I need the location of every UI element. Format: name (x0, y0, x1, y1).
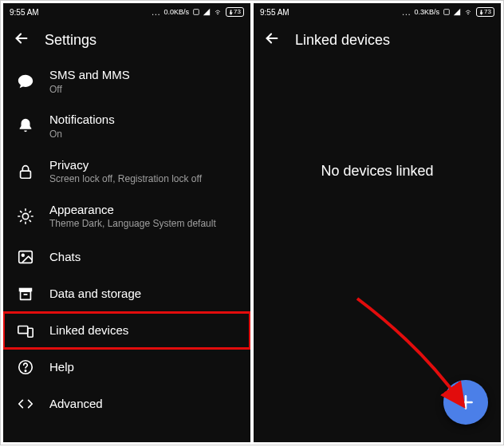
image-icon (16, 247, 35, 267)
settings-row-lock[interactable]: PrivacyScreen lock off, Registration loc… (3, 149, 250, 194)
empty-state-text: No devices linked (254, 163, 501, 180)
svg-rect-9 (28, 328, 33, 337)
svg-rect-0 (194, 10, 199, 15)
row-subtitle: Theme Dark, Language System default (49, 217, 216, 231)
bell-icon (16, 117, 35, 136)
settings-row-help[interactable]: Help (3, 349, 250, 386)
header-title: Linked devices (295, 32, 390, 49)
settings-row-brightness[interactable]: AppearanceTheme Dark, Language System de… (3, 194, 250, 239)
status-dots: ... (402, 8, 411, 17)
row-title: Privacy (49, 157, 202, 173)
status-net-speed: 0.0KB/s (164, 8, 190, 16)
battery-indicator: 73 (476, 7, 494, 17)
row-subtitle: On (49, 128, 115, 141)
svg-point-11 (25, 370, 26, 371)
devices-icon (16, 321, 35, 340)
lock-icon (16, 162, 35, 181)
row-title: Appearance (49, 202, 216, 218)
status-bar: 9:55 AM ... 0.0KB/s 73 (3, 3, 250, 21)
row-title: Linked devices (49, 322, 128, 338)
svg-rect-7 (21, 291, 31, 299)
row-title: Data and storage (49, 286, 141, 302)
chat-icon (16, 72, 35, 91)
status-time: 9:55 AM (260, 8, 289, 17)
back-icon[interactable] (13, 30, 30, 50)
battery-percent: 73 (484, 8, 491, 16)
header-title: Settings (45, 32, 96, 49)
row-title: Help (49, 359, 74, 375)
row-subtitle: Screen lock off, Registration lock off (49, 172, 202, 186)
settings-row-archive[interactable]: Data and storage (3, 275, 250, 312)
back-icon[interactable] (263, 30, 281, 50)
status-bar: 9:55 AM ... 0.3KB/s 73 (254, 3, 501, 21)
svg-point-5 (22, 255, 24, 257)
app-header: Linked devices (254, 21, 501, 59)
settings-screen: 9:55 AM ... 0.0KB/s 73 Settings (3, 3, 250, 442)
row-title: Notifications (49, 112, 115, 128)
add-device-button[interactable] (443, 380, 488, 425)
brightness-icon (16, 207, 35, 226)
svg-rect-4 (19, 251, 33, 263)
battery-percent: 73 (234, 8, 241, 16)
help-icon (16, 358, 35, 377)
code-icon (16, 394, 35, 413)
svg-point-13 (468, 14, 469, 14)
svg-point-3 (22, 213, 28, 219)
status-net-speed: 0.3KB/s (415, 8, 440, 16)
linked-devices-screen: 9:55 AM ... 0.3KB/s 73 Linked devices (254, 3, 501, 442)
app-header: Settings (3, 21, 250, 59)
svg-rect-8 (18, 326, 28, 334)
archive-icon (16, 284, 35, 303)
row-title: Advanced (49, 396, 103, 412)
settings-row-bell[interactable]: NotificationsOn (3, 104, 250, 148)
settings-row-devices[interactable]: Linked devices (3, 312, 250, 349)
settings-row-code[interactable]: Advanced (3, 386, 250, 422)
status-icons (192, 8, 222, 16)
row-subtitle: Off (49, 83, 130, 97)
status-icons (443, 8, 473, 16)
battery-indicator: 73 (226, 7, 244, 17)
row-title: SMS and MMS (49, 67, 130, 83)
settings-row-chat[interactable]: SMS and MMSOff (3, 59, 250, 104)
status-dots: ... (152, 8, 160, 17)
settings-row-image[interactable]: Chats (3, 239, 250, 275)
svg-rect-2 (21, 171, 31, 178)
svg-rect-12 (444, 10, 450, 15)
row-title: Chats (49, 249, 81, 265)
svg-point-1 (218, 14, 219, 14)
settings-list: SMS and MMSOffNotificationsOnPrivacyScre… (3, 59, 250, 422)
status-time: 9:55 AM (10, 8, 39, 17)
